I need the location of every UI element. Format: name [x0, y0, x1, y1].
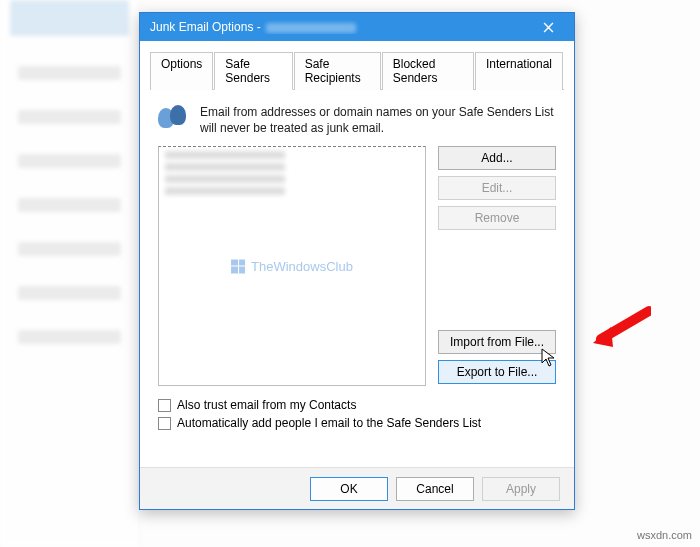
safe-senders-listbox[interactable]: TheWindowsClub	[158, 146, 426, 386]
ok-button[interactable]: OK	[310, 477, 388, 501]
people-icon	[158, 104, 190, 132]
import-from-file-button[interactable]: Import from File...	[438, 330, 556, 354]
side-button-column: Add... Edit... Remove Import from File..…	[438, 146, 556, 386]
watermark: TheWindowsClub	[231, 259, 353, 274]
cancel-button[interactable]: Cancel	[396, 477, 474, 501]
tab-international[interactable]: International	[475, 52, 563, 90]
background-sidebar	[0, 0, 140, 547]
close-icon	[543, 22, 554, 33]
auto-add-checkbox[interactable]	[158, 417, 171, 430]
source-watermark: wsxdn.com	[637, 529, 692, 541]
auto-add-label: Automatically add people I email to the …	[177, 416, 481, 430]
trust-contacts-checkbox[interactable]	[158, 399, 171, 412]
junk-email-options-dialog: Junk Email Options - Options Safe Sender…	[139, 12, 575, 510]
list-items-redacted	[165, 151, 285, 199]
add-button[interactable]: Add...	[438, 146, 556, 170]
annotation-arrow	[591, 305, 651, 356]
tab-strip: Options Safe Senders Safe Recipients Blo…	[150, 51, 564, 90]
windows-logo-icon	[231, 259, 245, 273]
checkbox-group: Also trust email from my Contacts Automa…	[158, 398, 556, 430]
edit-button: Edit...	[438, 176, 556, 200]
export-to-file-button[interactable]: Export to File...	[438, 360, 556, 384]
tab-safe-recipients[interactable]: Safe Recipients	[294, 52, 381, 90]
dialog-footer: OK Cancel Apply	[140, 467, 574, 509]
close-button[interactable]	[528, 16, 568, 38]
tab-content: Email from addresses or domain names on …	[140, 90, 574, 467]
tab-blocked-senders[interactable]: Blocked Senders	[382, 52, 474, 90]
trust-contacts-label: Also trust email from my Contacts	[177, 398, 356, 412]
titlebar[interactable]: Junk Email Options -	[140, 13, 574, 41]
tab-options[interactable]: Options	[150, 52, 213, 90]
remove-button: Remove	[438, 206, 556, 230]
apply-button: Apply	[482, 477, 560, 501]
window-title: Junk Email Options -	[150, 20, 528, 34]
description-text: Email from addresses or domain names on …	[200, 104, 556, 136]
tab-safe-senders[interactable]: Safe Senders	[214, 52, 292, 90]
